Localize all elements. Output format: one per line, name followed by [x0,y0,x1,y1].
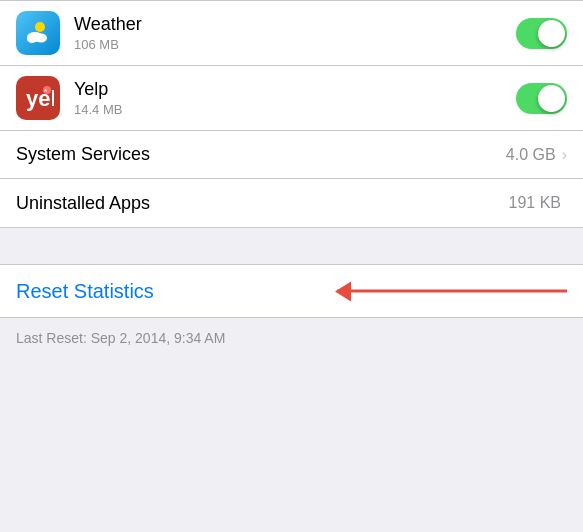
reset-statistics-button[interactable]: Reset Statistics [16,280,154,303]
yelp-toggle-knob [538,85,565,112]
system-services-value: 4.0 GB [506,146,556,164]
weather-app-info: Weather 106 MB [74,14,516,53]
yelp-app-name: Yelp [74,79,516,101]
weather-app-icon [16,11,60,55]
svg-point-0 [35,22,45,32]
uninstalled-apps-value: 191 KB [509,194,561,212]
footer: Last Reset: Sep 2, 2014, 9:34 AM [0,319,583,357]
weather-app-name: Weather [74,14,516,36]
system-services-label: System Services [16,144,506,165]
app-list: Weather 106 MB yelp * Yelp 14.4 MB [0,0,583,131]
system-services-row[interactable]: System Services 4.0 GB › [0,131,583,179]
chevron-right-icon: › [562,146,567,164]
yelp-row: yelp * Yelp 14.4 MB [0,66,583,130]
arrow-line [337,290,567,293]
section-gap [0,228,583,264]
services-list: System Services 4.0 GB › Uninstalled App… [0,131,583,228]
svg-point-3 [27,35,37,43]
weather-app-size: 106 MB [74,37,516,52]
yelp-toggle[interactable] [516,83,567,114]
reset-row: Reset Statistics [0,265,583,317]
weather-row: Weather 106 MB [0,1,583,66]
weather-toggle[interactable] [516,18,567,49]
yelp-app-size: 14.4 MB [74,102,516,117]
yelp-app-icon: yelp * [16,76,60,120]
uninstalled-apps-row: Uninstalled Apps 191 KB [0,179,583,227]
last-reset-text: Last Reset: Sep 2, 2014, 9:34 AM [16,330,225,346]
reset-section: Reset Statistics [0,264,583,318]
uninstalled-apps-label: Uninstalled Apps [16,193,509,214]
weather-toggle-knob [538,20,565,47]
yelp-app-info: Yelp 14.4 MB [74,79,516,118]
arrow-annotation [337,290,567,293]
